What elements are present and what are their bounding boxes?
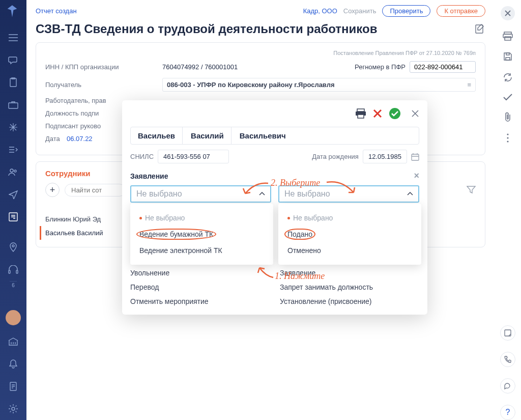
- name-fields[interactable]: Васильев Василий Васильевич: [130, 127, 419, 145]
- svg-rect-15: [412, 154, 419, 160]
- action-assignment[interactable]: Установление (присвоение): [280, 297, 419, 305]
- page-title: СЗВ-ТД Сведения о трудовой деятельности …: [36, 22, 474, 36]
- dob-field[interactable]: 12.05.1985: [363, 150, 407, 163]
- employees-heading: Сотрудники: [45, 169, 90, 178]
- snils-field[interactable]: 461-593-556 07: [158, 150, 229, 163]
- help-icon[interactable]: ?: [500, 405, 515, 420]
- app-logo-icon: [5, 4, 21, 20]
- topbar: Отчет создан Кадр, ООО Сохранить Провери…: [26, 0, 495, 22]
- note-icon[interactable]: [500, 325, 515, 341]
- recipient-select[interactable]: 086-003 - УПФР по Кировскому району г.Яр…: [162, 78, 476, 92]
- statement-type-dropdown: Не выбрано Не выбрано Ведение бумажной Т…: [130, 185, 271, 203]
- user-avatar[interactable]: [6, 310, 21, 325]
- dropdown-option[interactable]: Отменено: [281, 242, 418, 259]
- patronymic-field[interactable]: Васильевич: [233, 127, 419, 144]
- svg-rect-7: [16, 270, 18, 273]
- svg-point-14: [389, 108, 400, 119]
- svg-point-22: [507, 137, 508, 138]
- svg-rect-1: [9, 103, 18, 108]
- more-icon[interactable]: [507, 133, 509, 143]
- bank-icon[interactable]: [7, 335, 19, 348]
- list-arrow-icon[interactable]: [7, 144, 19, 156]
- checkmark-icon[interactable]: [503, 94, 512, 101]
- close-panel-icon[interactable]: [501, 6, 515, 20]
- print-icon[interactable]: [503, 32, 513, 41]
- inn-label: ИНН / КПП организации: [45, 63, 162, 71]
- gear-icon[interactable]: [7, 403, 19, 415]
- action-dismissal[interactable]: Увольнение: [130, 269, 270, 277]
- dropdown-option[interactable]: Ведение бумажной ТК: [133, 226, 270, 242]
- clipboard-icon[interactable]: [7, 76, 19, 89]
- sidebar-counter: 6: [10, 281, 17, 288]
- chevron-up-icon: [259, 192, 265, 196]
- svg-point-3: [14, 170, 16, 172]
- sparkle-icon[interactable]: [7, 121, 19, 133]
- org-link[interactable]: Кадр, ООО: [303, 7, 337, 15]
- attachment-icon[interactable]: [504, 112, 511, 122]
- chevron-up-icon: [407, 192, 413, 196]
- headset-icon[interactable]: [7, 264, 19, 276]
- save-disk-icon[interactable]: [503, 52, 512, 61]
- date-value[interactable]: 06.07.22: [67, 135, 93, 143]
- print-icon[interactable]: [355, 108, 366, 119]
- form-icon[interactable]: [7, 211, 19, 223]
- svg-rect-19: [506, 58, 510, 60]
- filter-icon[interactable]: [467, 186, 476, 194]
- status-dropdown: Не выбрано Не выбрано Подано Отменено: [278, 185, 419, 203]
- snils-label: СНИЛС: [130, 153, 154, 160]
- add-employee-button[interactable]: +: [45, 183, 60, 197]
- dropdown-option[interactable]: Не выбрано: [281, 210, 418, 226]
- status-menu: Не выбрано Подано Отменено: [278, 204, 421, 265]
- edit-icon[interactable]: [474, 23, 485, 35]
- svg-point-2: [10, 169, 13, 172]
- dropdown-option[interactable]: Ведение электронной ТК: [133, 242, 270, 259]
- svg-rect-0: [10, 78, 16, 87]
- reg-input[interactable]: [410, 61, 476, 73]
- users-icon[interactable]: [7, 166, 19, 178]
- close-section-icon[interactable]: ×: [414, 171, 419, 181]
- svg-point-23: [507, 141, 508, 142]
- action-statement[interactable]: Заявление: [280, 269, 419, 277]
- confirm-icon[interactable]: [389, 107, 401, 120]
- phone-icon[interactable]: [500, 352, 515, 367]
- action-ban[interactable]: Запрет занимать должность: [280, 283, 419, 291]
- menu-icon[interactable]: [7, 32, 19, 44]
- check-button[interactable]: Проверить: [382, 5, 430, 17]
- date-label: Дата: [45, 135, 67, 143]
- firstname-field[interactable]: Василий: [184, 127, 231, 144]
- recipient-label: Получатель: [45, 81, 162, 89]
- save-link[interactable]: Сохранить: [343, 7, 377, 15]
- regulation-note: Постановление Правления ПФР от 27.10.202…: [45, 50, 476, 56]
- statement-type-menu: Не выбрано Ведение бумажной ТК Ведение э…: [130, 204, 273, 265]
- dropdown-option[interactable]: Подано: [281, 226, 418, 242]
- comment-icon[interactable]: [500, 378, 515, 394]
- briefcase-icon[interactable]: [7, 99, 19, 111]
- send-icon[interactable]: [7, 188, 19, 201]
- delete-icon[interactable]: [372, 108, 383, 119]
- event-actions: Увольнение Заявление Перевод Запрет зани…: [122, 264, 427, 315]
- svg-point-5: [12, 245, 14, 247]
- right-sidebar: ?: [495, 0, 521, 420]
- pin-location-icon[interactable]: [7, 241, 19, 254]
- svg-rect-13: [358, 115, 364, 118]
- sync-icon[interactable]: [503, 72, 513, 82]
- bell-icon[interactable]: [7, 358, 19, 370]
- hamburger-icon: ≡: [467, 81, 471, 89]
- svg-rect-18: [505, 37, 511, 40]
- report-icon[interactable]: [7, 380, 19, 393]
- chat-icon[interactable]: [7, 54, 19, 66]
- calendar-icon[interactable]: [411, 153, 419, 161]
- search-employees-input[interactable]: [65, 184, 126, 197]
- dropdown-option[interactable]: Не выбрано: [133, 210, 270, 226]
- surname-field[interactable]: Васильев: [131, 127, 183, 144]
- section-title: Заявление: [130, 172, 168, 180]
- close-modal-icon[interactable]: [411, 109, 419, 118]
- left-sidebar: 6: [0, 0, 26, 420]
- dob-label: Дата рождения: [312, 153, 359, 160]
- send-button[interactable]: К отправке: [437, 5, 485, 17]
- action-cancel[interactable]: Отменить мероприятие: [130, 297, 270, 305]
- svg-point-9: [12, 407, 15, 410]
- action-transfer[interactable]: Перевод: [130, 283, 270, 291]
- reg-label: Регномер в ПФР: [355, 63, 406, 71]
- svg-rect-6: [9, 270, 10, 273]
